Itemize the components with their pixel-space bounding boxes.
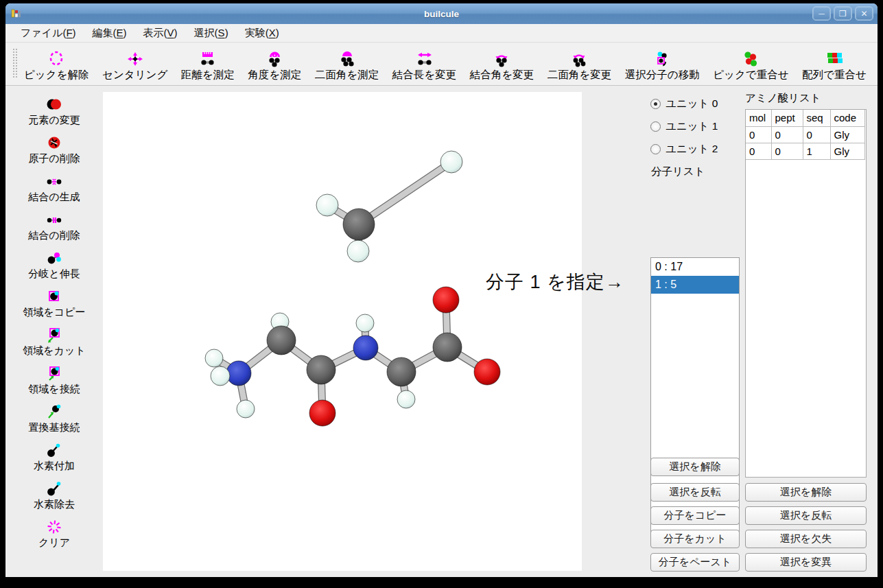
mol-btn-4[interactable]: 分子をペースト xyxy=(650,553,740,572)
sidebar-tool-create-bond[interactable]: 結合の生成 xyxy=(5,169,103,208)
amino-acid-panel: アミノ酸リスト molpeptseqcode 000Gly001Gly xyxy=(745,91,867,111)
sidebar-tool-change-element[interactable]: 元素の変更 xyxy=(5,93,103,131)
amino-btn-3[interactable]: 選択を変異 xyxy=(745,553,867,572)
amino-col-header-pept[interactable]: pept xyxy=(771,110,803,126)
maximize-button[interactable]: ❒ xyxy=(834,6,852,21)
atom-C[interactable] xyxy=(433,333,462,362)
atom-C[interactable] xyxy=(307,355,335,384)
unit-radio-label: ユニット 1 xyxy=(666,119,718,134)
mol-btn-0[interactable]: 選択を解除 xyxy=(650,458,740,476)
delete-atom-icon xyxy=(45,135,63,152)
toolbar-button-measure-distance[interactable]: 距離を測定 xyxy=(180,51,236,82)
toolbar-button-unpick[interactable]: ピックを解除 xyxy=(23,51,90,82)
toolbar-button-measure-dihedral[interactable]: 二面角を測定 xyxy=(314,51,380,82)
atom-H[interactable] xyxy=(356,314,374,332)
atom-H[interactable] xyxy=(237,400,255,418)
radio-circle[interactable] xyxy=(650,144,661,154)
radio-circle[interactable] xyxy=(650,121,661,132)
toolbar-label: 選択分子の移動 xyxy=(625,68,700,82)
mol-btn-1[interactable]: 選択を反転 xyxy=(650,483,740,502)
clear-icon xyxy=(45,519,63,536)
mol-btn-3[interactable]: 分子をカット xyxy=(650,530,740,548)
atom-H[interactable] xyxy=(316,194,338,216)
close-button[interactable]: ✕ xyxy=(855,6,873,21)
menu-v[interactable]: 表示(V) xyxy=(135,25,186,42)
amino-table-head: molpeptseqcode xyxy=(746,110,864,126)
cut-region-icon xyxy=(45,327,63,344)
atom-C[interactable] xyxy=(343,209,375,240)
amino-row-0[interactable]: 000Gly xyxy=(746,126,864,143)
amino-col-header-mol[interactable]: mol xyxy=(746,110,771,126)
amino-cell: Gly xyxy=(830,143,864,159)
molecule-list-item-1[interactable]: 1 : 5 xyxy=(651,276,739,294)
amino-list-box[interactable]: molpeptseqcode 000Gly001Gly xyxy=(745,109,867,478)
unit-radio-1[interactable]: ユニット 1 xyxy=(650,115,740,138)
atom-H[interactable] xyxy=(397,390,415,408)
unpick-icon xyxy=(47,51,65,67)
atom-C[interactable] xyxy=(267,326,296,355)
amino-col-header-code[interactable]: code xyxy=(830,110,864,126)
sidebar-tool-clear[interactable]: クリア xyxy=(5,515,103,554)
sidebar-tool-label: 結合の生成 xyxy=(28,191,80,204)
measure-dihedral-icon xyxy=(338,51,356,67)
molecule-methane-fragment[interactable] xyxy=(316,151,462,262)
sidebar-tool-substituent[interactable]: 置換基接続 xyxy=(5,400,103,438)
toolbar-label: 二面角を変更 xyxy=(548,68,611,82)
atom-N[interactable] xyxy=(226,361,251,386)
molecule-glycylglycine[interactable] xyxy=(205,287,500,426)
sidebar-tool-branch-extend[interactable]: 分岐と伸長 xyxy=(5,246,103,285)
amino-btn-2[interactable]: 選択を欠失 xyxy=(745,530,867,548)
toolbar-button-superpose-align[interactable]: 配列で重合せ xyxy=(801,51,868,82)
toolbar-button-move-molecule[interactable]: 選択分子の移動 xyxy=(624,51,701,82)
toolbar-label: 配列で重合せ xyxy=(802,68,867,82)
menu-e[interactable]: 編集(E) xyxy=(84,25,135,42)
sidebar-tool-delete-bond[interactable]: 結合の削除 xyxy=(5,208,103,246)
mol-btn-2[interactable]: 分子をコピー xyxy=(650,506,740,525)
menu-s[interactable]: 選択(S) xyxy=(186,25,237,42)
atom-H[interactable] xyxy=(205,349,223,367)
branch-extend-icon xyxy=(45,250,63,267)
toolbar-button-measure-angle[interactable]: 角度を測定 xyxy=(246,51,303,82)
minimize-button[interactable]: ─ xyxy=(812,6,831,21)
radio-circle[interactable] xyxy=(650,99,661,109)
sidebar-tool-add-hydrogen[interactable]: 水素付加 xyxy=(5,438,103,477)
annotation-text: 分子 1 を指定→ xyxy=(486,270,664,294)
atom-N[interactable] xyxy=(353,336,378,360)
toolbar-grip[interactable] xyxy=(12,48,17,78)
toolbar-button-change-dihedral[interactable]: 二面角を変更 xyxy=(546,51,613,82)
remove-hydrogen-icon xyxy=(45,481,63,497)
amino-btn-1[interactable]: 選択を反転 xyxy=(745,506,867,525)
atom-O[interactable] xyxy=(309,400,335,426)
toolbar-label: 結合長を変更 xyxy=(392,68,456,82)
toolbar-button-change-bond-angle[interactable]: 結合角を変更 xyxy=(469,51,535,82)
superpose-align-icon xyxy=(825,51,843,67)
atom-O[interactable] xyxy=(433,287,459,313)
tool-sidebar: 元素の変更原子の削除結合の生成結合の削除分岐と伸長領域をコピー領域をカット領域を… xyxy=(5,93,103,554)
amino-row-1[interactable]: 001Gly xyxy=(746,143,864,159)
sidebar-tool-delete-atom[interactable]: 原子の削除 xyxy=(5,131,103,169)
menu-x[interactable]: 実験(X) xyxy=(237,25,287,42)
toolbar-label: ピックを解除 xyxy=(24,68,89,82)
sidebar-tool-copy-region[interactable]: 領域をコピー xyxy=(5,285,103,323)
unit-radio-2[interactable]: ユニット 2 xyxy=(650,138,740,161)
atom-H[interactable] xyxy=(440,151,462,173)
toolbar-button-superpose-pick[interactable]: ピックで重合せ xyxy=(711,51,790,82)
amino-btn-0[interactable]: 選択を解除 xyxy=(745,483,867,502)
toolbar-label: 距離を測定 xyxy=(181,68,235,82)
atom-O[interactable] xyxy=(474,359,500,385)
toolbar-button-change-bond-length[interactable]: 結合長を変更 xyxy=(391,51,458,82)
toolbar-label: ピックで重合せ xyxy=(713,68,788,82)
atom-H[interactable] xyxy=(347,240,369,262)
atom-C[interactable] xyxy=(387,357,416,386)
sidebar-tool-connect-region[interactable]: 領域を接続 xyxy=(5,362,103,400)
amino-col-header-seq[interactable]: seq xyxy=(803,110,830,126)
atom-H[interactable] xyxy=(211,366,230,386)
sidebar-tool-cut-region[interactable]: 領域をカット xyxy=(5,323,103,362)
toolbar-button-centering[interactable]: センタリング xyxy=(101,51,169,82)
sidebar-tool-remove-hydrogen[interactable]: 水素除去 xyxy=(5,477,103,515)
molecule-canvas[interactable] xyxy=(103,92,582,571)
molecule-list-item-0[interactable]: 0 : 17 xyxy=(651,258,739,276)
menu-f[interactable]: ファイル(F) xyxy=(12,25,84,42)
unit-radio-0[interactable]: ユニット 0 xyxy=(650,93,740,115)
title-bar[interactable]: builcule ─❒✕ xyxy=(5,3,878,24)
